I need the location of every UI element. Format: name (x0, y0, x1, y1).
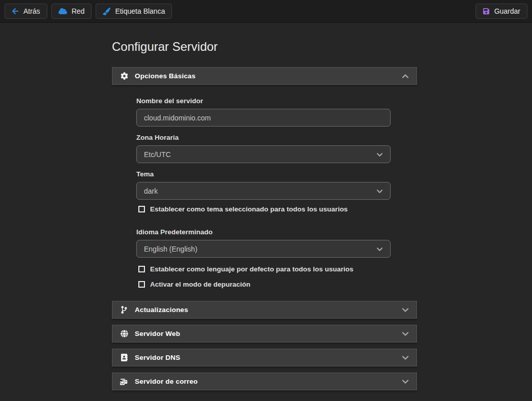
section-title-basic-options: Opciones Básicas (135, 72, 196, 80)
debug-mode-checkbox-label: Activar el modo de depuración (150, 281, 250, 288)
code-branch-icon (120, 306, 128, 314)
arrow-left-icon (12, 8, 19, 15)
chevron-down-icon (402, 331, 409, 336)
timezone-select[interactable]: Etc/UTC (136, 145, 391, 163)
language-select[interactable]: English (English) (136, 240, 391, 258)
main-content: Configurar Servidor Opciones Básicas Nom… (0, 23, 532, 390)
white-label-button-label: Etiqueta Blanca (115, 7, 165, 15)
chevron-down-icon (402, 379, 409, 384)
globe-icon (120, 330, 128, 337)
gear-icon (120, 72, 128, 80)
server-name-input[interactable] (136, 109, 391, 127)
chevron-down-icon (376, 150, 383, 159)
language-selected-value: English (English) (144, 245, 197, 253)
server-name-label: Nombre del servidor (136, 97, 392, 105)
network-button-label: Red (72, 7, 85, 15)
top-toolbar: Atrás Red Etiqueta Blanca Guardar (0, 0, 532, 23)
theme-default-checkbox-row: Establecer como tema seleccionado para t… (138, 205, 392, 213)
language-label: Idioma Predeterminado (136, 228, 392, 236)
back-button-label: Atrás (23, 7, 40, 15)
toolbar-left-group: Atrás Red Etiqueta Blanca (5, 4, 172, 19)
section-title-mail-server: Servidor de correo (135, 378, 198, 385)
chevron-down-icon (376, 245, 383, 253)
section-title-dns-server: Servidor DNS (135, 354, 180, 361)
section-title-web-server: Servidor Web (135, 330, 180, 337)
basic-options-body: Nombre del servidor Zona Horaria Etc/UTC… (112, 85, 417, 288)
section-header-mail-server[interactable]: Servidor de correo (112, 373, 417, 390)
theme-selected-value: dark (144, 187, 158, 195)
section-header-dns-server[interactable]: Servidor DNS (112, 349, 417, 366)
language-default-checkbox-label: Establecer como lenguaje por defecto par… (150, 265, 353, 273)
paintbrush-icon (103, 8, 110, 15)
section-header-basic-options[interactable]: Opciones Básicas (112, 67, 417, 85)
chevron-down-icon (402, 355, 409, 360)
network-button[interactable]: Red (51, 4, 92, 19)
address-book-icon (120, 354, 128, 361)
theme-default-checkbox-label: Establecer como tema seleccionado para t… (150, 205, 348, 213)
section-header-updates[interactable]: Actualizaciones (112, 301, 417, 319)
page-title: Configurar Servidor (112, 40, 532, 54)
white-label-button[interactable]: Etiqueta Blanca (96, 4, 172, 19)
mail-bulk-icon (120, 378, 128, 385)
chevron-down-icon (376, 187, 383, 195)
section-title-updates: Actualizaciones (135, 306, 188, 314)
section-header-web-server[interactable]: Servidor Web (112, 325, 417, 343)
save-button[interactable]: Guardar (476, 4, 527, 19)
chevron-down-icon (402, 307, 409, 313)
theme-default-checkbox[interactable] (138, 206, 145, 212)
toolbar-right-group: Guardar (476, 4, 527, 19)
theme-label: Tema (136, 170, 392, 178)
language-default-checkbox[interactable] (138, 266, 145, 272)
cloud-icon (58, 8, 67, 15)
debug-mode-checkbox[interactable] (138, 281, 145, 288)
floppy-disk-icon (483, 8, 490, 15)
theme-select[interactable]: dark (136, 182, 391, 200)
chevron-up-icon (402, 74, 409, 79)
timezone-label: Zona Horaria (136, 134, 392, 141)
timezone-selected-value: Etc/UTC (144, 150, 171, 159)
debug-mode-checkbox-row: Activar el modo de depuración (138, 281, 392, 288)
back-button[interactable]: Atrás (5, 4, 47, 19)
save-button-label: Guardar (494, 7, 520, 15)
language-default-checkbox-row: Establecer como lenguaje por defecto par… (138, 265, 392, 273)
settings-accordion: Opciones Básicas Nombre del servidor Zon… (112, 67, 417, 390)
